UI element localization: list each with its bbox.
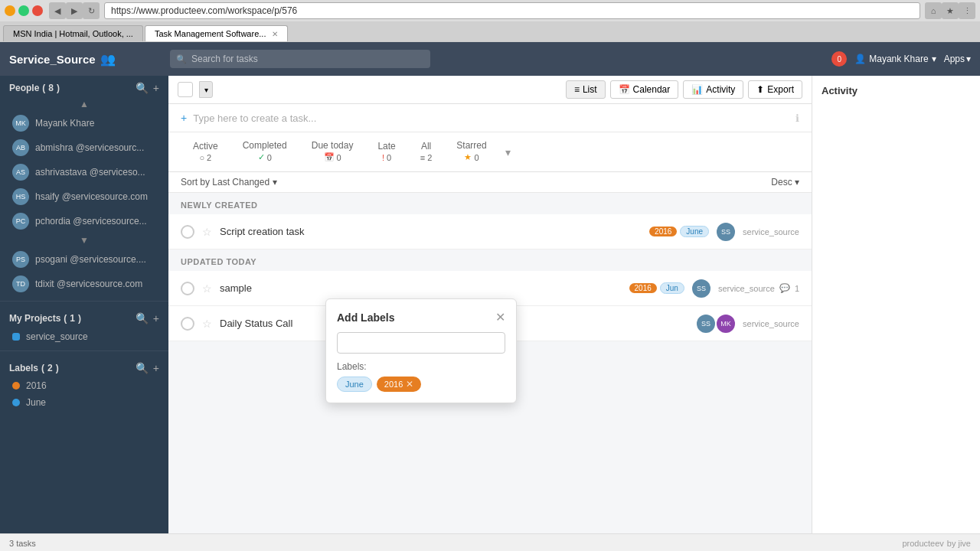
search-projects-button[interactable]: 🔍 — [136, 312, 149, 324]
sidebar-people-header[interactable]: People (8) 🔍 + — [0, 76, 168, 97]
tab-late[interactable]: Late ! 0 — [365, 133, 407, 171]
person-avatar-1: MK — [12, 115, 29, 132]
dialog-label-2016[interactable]: 2016 ✕ — [377, 377, 421, 392]
sidebar-label-june[interactable]: June — [0, 394, 168, 411]
task-tag-june-1[interactable]: June — [680, 226, 709, 237]
select-all-checkbox[interactable] — [178, 82, 193, 97]
close-button[interactable] — [32, 5, 43, 16]
create-task-bar[interactable]: + Type here to create a task... ℹ — [168, 104, 812, 132]
sidebar-person-3[interactable]: AS ashrivastava @serviceso... — [0, 160, 168, 184]
search-input[interactable] — [170, 50, 430, 68]
tab-completed[interactable]: Completed ✓ 0 — [230, 132, 299, 171]
user-avatar-icon: 👤 — [854, 54, 866, 64]
search-people-button[interactable]: 🔍 — [136, 82, 149, 94]
labels-section-title: Labels (2) — [9, 363, 59, 373]
sort-button[interactable]: Sort by Last Changed ▾ — [181, 177, 277, 187]
list-view-button[interactable]: ≡ List — [566, 80, 606, 99]
task-row-1[interactable]: ☆ Script creation task 2016 June SS serv… — [168, 214, 812, 249]
apps-button[interactable]: Apps ▾ — [944, 54, 971, 64]
task-checkbox-1[interactable] — [181, 225, 194, 239]
sidebar-person-7[interactable]: TD tdixit @servicesource.com — [0, 272, 168, 296]
tab-close-icon[interactable]: ✕ — [272, 30, 278, 38]
star-button[interactable]: ★ — [942, 2, 959, 19]
task-tag-jun-2[interactable]: Jun — [660, 282, 684, 294]
activity-icon: 📊 — [691, 84, 703, 95]
search-labels-button[interactable]: 🔍 — [136, 362, 149, 374]
sidebar-person-1[interactable]: MK Mayank Khare — [0, 111, 168, 135]
checkbox-dropdown[interactable]: ▾ — [199, 81, 213, 98]
calendar-view-button[interactable]: 📅 Calendar — [610, 80, 679, 99]
home-button[interactable]: ⌂ — [925, 2, 942, 19]
tab-due-today[interactable]: Due today 📅 0 — [299, 132, 366, 171]
task-count: 3 tasks — [9, 539, 36, 548]
add-person-button[interactable]: + — [153, 82, 159, 94]
forward-button[interactable]: ▶ — [66, 2, 83, 19]
sidebar-person-4[interactable]: HS hsaify @servicesource.com — [0, 184, 168, 209]
create-task-info-icon: ℹ — [795, 112, 799, 124]
task-tag-2016-2[interactable]: 2016 — [629, 283, 657, 293]
task-star-2[interactable]: ☆ — [202, 282, 212, 295]
view-buttons: ≡ List 📅 Calendar 📊 Activity ⬆ Export — [566, 80, 802, 99]
person-avatar-2: AB — [12, 139, 29, 156]
sidebar-person-6[interactable]: PS psogani @servicesource.... — [0, 247, 168, 272]
dialog-close-button[interactable]: ✕ — [495, 310, 505, 324]
scroll-up-button[interactable]: ▲ — [80, 99, 89, 109]
filter-tabs-more[interactable]: ▾ — [499, 139, 517, 166]
people-section-title: People (8) — [9, 83, 60, 93]
browser-titlebar: ◀ ▶ ↻ ⌂ ★ ⋮ — [0, 0, 980, 21]
add-project-button[interactable]: + — [153, 312, 159, 324]
task-checkbox-3[interactable] — [181, 317, 194, 331]
activity-panel: Activity — [812, 76, 980, 533]
tab-completed-label: Completed — [243, 140, 287, 151]
tab-all[interactable]: All ≡ 2 — [408, 133, 445, 171]
task-tag-2016-1[interactable]: 2016 — [649, 227, 677, 236]
assignee-avatar-3a: SS — [697, 315, 715, 333]
sort-dropdown-icon: ▾ — [273, 177, 277, 187]
address-bar[interactable] — [104, 2, 920, 19]
producteev-text: producteev — [902, 539, 943, 548]
tab-late-label: Late — [377, 141, 395, 152]
sidebar-project-1[interactable]: service_source — [0, 328, 168, 346]
activity-view-button[interactable]: 📊 Activity — [683, 80, 743, 99]
task-star-3[interactable]: ☆ — [202, 318, 212, 330]
by-jive-text: by jive — [947, 539, 971, 548]
export-icon: ⬆ — [756, 84, 764, 95]
tab-starred[interactable]: Starred ★ 0 — [444, 132, 498, 171]
sidebar-labels-header[interactable]: Labels (2) 🔍 + — [0, 356, 168, 377]
dialog-label-input[interactable] — [337, 332, 505, 354]
tab-label: Task Management Software... — [155, 29, 266, 38]
tab-label: MSN India | Hotmail, Outlook, ... — [13, 29, 133, 38]
browser-tab-producteev[interactable]: Task Management Software... ✕ — [145, 25, 289, 41]
export-button[interactable]: ⬆ Export — [748, 80, 802, 99]
sidebar-projects-header[interactable]: My Projects (1) 🔍 + — [0, 306, 168, 328]
user-menu[interactable]: 👤 Mayank Khare ▾ — [854, 54, 936, 64]
tab-active[interactable]: Active ○ 2 — [181, 133, 230, 171]
dialog-label-remove-icon[interactable]: ✕ — [406, 379, 413, 390]
maximize-button[interactable] — [18, 5, 29, 16]
browser-tab-msn[interactable]: MSN India | Hotmail, Outlook, ... — [3, 25, 143, 41]
sidebar-label-2016[interactable]: 2016 — [0, 377, 168, 394]
task-assignees-2: SS — [692, 279, 710, 298]
filter-tabs: Active ○ 2 Completed ✓ 0 Due today — [168, 132, 812, 172]
logo-icon: 👥 — [100, 52, 116, 67]
task-checkbox-2[interactable] — [181, 282, 194, 295]
search-icon: 🔍 — [176, 54, 187, 64]
tab-due-today-label: Due today — [312, 140, 354, 151]
task-star-1[interactable]: ☆ — [202, 226, 212, 238]
dialog-header: Add Labels ✕ — [337, 310, 505, 324]
settings-button[interactable]: ⋮ — [959, 2, 975, 19]
add-label-button[interactable]: + — [153, 362, 159, 374]
desc-button[interactable]: Desc ▾ — [771, 177, 799, 187]
back-button[interactable]: ◀ — [49, 2, 66, 19]
scroll-down-button[interactable]: ▼ — [80, 235, 89, 246]
project-dot-1 — [12, 333, 20, 341]
dialog-label-june[interactable]: June — [337, 377, 372, 392]
refresh-button[interactable]: ↻ — [83, 2, 100, 19]
notification-badge[interactable]: 0 — [831, 51, 847, 67]
task-name-2: sample — [220, 282, 622, 294]
sidebar-person-2[interactable]: AB abmishra @servicesourc... — [0, 135, 168, 160]
minimize-button[interactable] — [5, 5, 15, 16]
sidebar-person-5[interactable]: PC pchordia @servicesource... — [0, 209, 168, 233]
task-tags-2: 2016 Jun — [629, 282, 684, 294]
dialog-title: Add Labels — [337, 311, 394, 324]
